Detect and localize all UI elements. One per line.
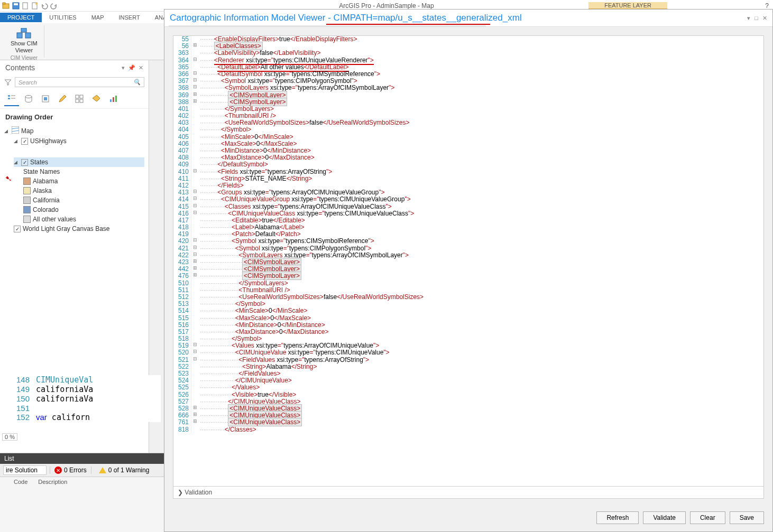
code-line: 148CIMUniqueVal [2, 375, 161, 385]
fold-icon[interactable]: ⊞ [191, 266, 199, 271]
expander-icon[interactable]: ◢ [14, 160, 19, 165]
filter-icon[interactable] [4, 79, 12, 86]
fold-icon[interactable]: ⊟ [191, 85, 199, 90]
validation-expander[interactable]: ❯ Validation [173, 486, 763, 498]
refresh-button[interactable]: Refresh [596, 511, 639, 524]
fold-icon[interactable]: ⊟ [191, 357, 199, 362]
toc-basemap[interactable]: ✓ World Light Gray Canvas Base [14, 224, 144, 234]
fold-icon[interactable]: ⊟ [191, 349, 199, 354]
swatch-icon [23, 197, 31, 204]
svg-rect-20 [80, 95, 83, 98]
fold-icon[interactable]: ⊟ [191, 252, 199, 257]
redo-icon[interactable] [50, 2, 58, 10]
toc-state-item[interactable]: Colorado [23, 205, 144, 214]
checkbox[interactable]: ✓ [14, 226, 21, 232]
tab-snapping[interactable] [72, 91, 87, 106]
error-list-toolbar: ire Solution ✕0 Errors 0 of 1 Warning [0, 464, 164, 477]
fold-icon[interactable]: ⊞ [191, 99, 199, 104]
col-code[interactable]: Code [14, 479, 38, 485]
close-icon[interactable]: ✕ [139, 64, 143, 71]
minimize-icon[interactable]: ▾ [747, 15, 750, 22]
toc-state-item[interactable]: Alaska [23, 186, 144, 195]
heading-label: State Names [23, 168, 60, 175]
fold-icon[interactable]: ⊟ [191, 245, 199, 250]
save-icon[interactable] [12, 2, 20, 10]
fold-icon[interactable]: ⊞ [191, 259, 199, 264]
undo-icon[interactable] [40, 2, 49, 10]
xml-line[interactable]: 411············<String>STATE_NAME</Strin… [173, 175, 763, 182]
fold-icon[interactable]: ⊞ [191, 419, 199, 424]
toc-states[interactable]: ◢ ✓ States [14, 157, 144, 167]
error-list-title: List [0, 453, 164, 464]
cim-buttons: Refresh Validate Clear Save [164, 507, 772, 531]
toc-state-item[interactable]: California [23, 195, 144, 205]
tab-chart[interactable] [106, 91, 121, 106]
fold-icon[interactable]: ⊞ [191, 43, 199, 48]
open-icon[interactable] [2, 2, 11, 10]
tab-utilities[interactable]: UTILITIES [42, 13, 84, 22]
fold-icon[interactable]: ⊞ [191, 273, 199, 278]
fold-icon[interactable]: ⊟ [191, 71, 199, 76]
validate-button[interactable]: Validate [643, 511, 685, 524]
tab-map[interactable]: MAP [84, 13, 112, 22]
layer-label: USHighways [30, 137, 67, 145]
fold-icon[interactable]: ⊟ [191, 238, 199, 243]
fold-icon[interactable]: ⊟ [191, 210, 199, 216]
show-cim-viewer-button[interactable]: Show CIM Viewer [8, 26, 40, 55]
col-description[interactable]: Description [38, 479, 78, 485]
errors-filter[interactable]: ✕0 Errors [50, 466, 91, 474]
xml-line[interactable]: 818··············</Classes> [173, 426, 763, 433]
toc-state-item[interactable]: Alabama [23, 176, 144, 186]
tab-insert[interactable]: INSERT [112, 13, 148, 22]
tab-labeling[interactable] [89, 91, 104, 106]
fold-icon[interactable]: ⊟ [191, 57, 199, 62]
fold-icon[interactable]: ⊞ [191, 412, 199, 417]
scope-dropdown[interactable]: ire Solution [3, 465, 47, 475]
search-input[interactable]: Search 🔍 [15, 77, 144, 87]
new-icon[interactable] [21, 2, 30, 10]
close-icon[interactable]: ✕ [762, 15, 767, 22]
fold-icon[interactable]: ⊟ [191, 196, 199, 201]
xml-line[interactable]: 403··············<UseRealWorldSymbolSize… [173, 119, 763, 126]
tab-data-source[interactable] [21, 91, 36, 106]
expander-icon[interactable]: ◢ [14, 138, 19, 144]
context-tab-feature-layer[interactable]: FEATURE LAYER [588, 2, 667, 10]
xml-line[interactable]: 524····················</CIMUniqueValue> [173, 377, 763, 384]
warning-icon [99, 467, 106, 473]
fold-icon[interactable]: ⊟ [191, 203, 199, 209]
save-button[interactable]: Save [730, 511, 764, 524]
checkbox[interactable]: ✓ [21, 138, 28, 145]
help-icon[interactable]: ? [765, 2, 769, 10]
tab-project[interactable]: PROJECT [0, 13, 42, 22]
maximize-icon[interactable]: □ [754, 15, 758, 22]
fold-icon[interactable]: ⊞ [191, 405, 199, 410]
fold-icon[interactable]: ⊟ [191, 189, 199, 194]
warnings-filter[interactable]: 0 of 1 Warning [95, 466, 154, 474]
checkbox[interactable]: ✓ [21, 159, 28, 166]
fold-icon[interactable]: ⊟ [191, 342, 199, 348]
toc-all-other[interactable]: All other values [23, 214, 144, 224]
toc-map[interactable]: ◢ Map [4, 125, 144, 136]
code-line: 151 [2, 404, 161, 413]
tab-selection[interactable] [38, 91, 53, 106]
clear-button[interactable]: Clear [690, 511, 725, 524]
xml-line[interactable]: 517····················<MaxDistance>0</M… [173, 329, 763, 335]
tab-editing[interactable] [55, 91, 70, 106]
dropdown-icon[interactable]: ▾ [122, 64, 125, 71]
layer-label: States [30, 158, 48, 166]
cim-titlebar[interactable]: Cartographic Information Model Viewer - … [164, 10, 772, 27]
xml-line[interactable]: 761⊞················<CIMUniqueValueClass… [173, 419, 763, 426]
zoom-percent[interactable]: 0 % [2, 433, 17, 441]
cim-viewer-icon [15, 27, 32, 40]
expander-icon[interactable]: ◢ [4, 128, 10, 134]
fold-icon[interactable]: ⊟ [191, 78, 199, 83]
toc-ushighways[interactable]: ◢ ✓ USHighways [14, 136, 144, 146]
col-icon[interactable] [3, 479, 14, 485]
xml-code-area[interactable]: 55········<EnableDisplayFilters>true</En… [173, 36, 763, 486]
pane-controls: ▾ 📌 ✕ [122, 64, 143, 71]
tab-drawing-order[interactable] [4, 91, 19, 106]
fold-icon[interactable]: ⊟ [191, 169, 199, 174]
fold-icon[interactable]: ⊞ [191, 92, 199, 97]
pin-icon[interactable]: 📌 [128, 64, 135, 71]
new2-icon[interactable] [31, 2, 39, 10]
